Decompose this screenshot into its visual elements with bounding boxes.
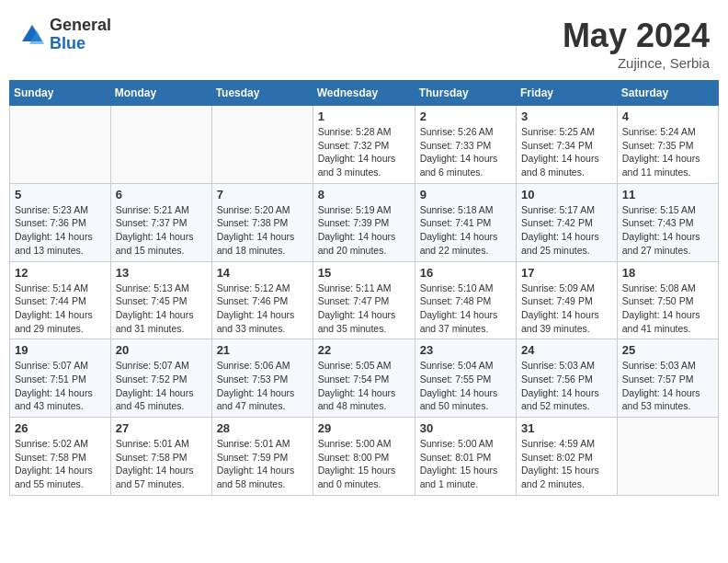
day-number: 23 xyxy=(420,343,511,357)
day-info: Sunrise: 5:06 AM Sunset: 7:53 PM Dayligh… xyxy=(217,359,308,413)
calendar-week-row: 26Sunrise: 5:02 AM Sunset: 7:58 PM Dayli… xyxy=(10,418,719,496)
calendar-cell: 17Sunrise: 5:09 AM Sunset: 7:49 PM Dayli… xyxy=(517,261,618,339)
day-info: Sunrise: 5:02 AM Sunset: 7:58 PM Dayligh… xyxy=(15,437,106,491)
calendar-cell: 12Sunrise: 5:14 AM Sunset: 7:44 PM Dayli… xyxy=(10,261,111,339)
calendar-cell: 21Sunrise: 5:06 AM Sunset: 7:53 PM Dayli… xyxy=(211,339,313,418)
title-block: May 2024 Zujince, Serbia xyxy=(563,17,710,71)
day-info: Sunrise: 5:24 AM Sunset: 7:35 PM Dayligh… xyxy=(622,125,713,179)
calendar-cell: 19Sunrise: 5:07 AM Sunset: 7:51 PM Dayli… xyxy=(10,339,111,418)
calendar-cell: 18Sunrise: 5:08 AM Sunset: 7:50 PM Dayli… xyxy=(617,261,718,339)
day-info: Sunrise: 5:23 AM Sunset: 7:36 PM Dayligh… xyxy=(15,203,106,258)
weekday-header-sunday: Sunday xyxy=(10,81,111,106)
day-number: 2 xyxy=(420,109,511,123)
calendar-cell: 8Sunrise: 5:19 AM Sunset: 7:39 PM Daylig… xyxy=(313,183,415,261)
day-info: Sunrise: 5:21 AM Sunset: 7:37 PM Dayligh… xyxy=(116,203,207,258)
day-info: Sunrise: 5:12 AM Sunset: 7:46 PM Dayligh… xyxy=(217,282,308,336)
calendar-week-row: 5Sunrise: 5:23 AM Sunset: 7:36 PM Daylig… xyxy=(10,183,719,261)
calendar-cell: 29Sunrise: 5:00 AM Sunset: 8:00 PM Dayli… xyxy=(313,418,415,496)
day-number: 9 xyxy=(420,188,511,201)
calendar-cell: 10Sunrise: 5:17 AM Sunset: 7:42 PM Dayli… xyxy=(517,183,618,261)
calendar-cell: 24Sunrise: 5:03 AM Sunset: 7:56 PM Dayli… xyxy=(517,339,618,418)
day-info: Sunrise: 5:25 AM Sunset: 7:34 PM Dayligh… xyxy=(521,125,612,179)
day-info: Sunrise: 5:05 AM Sunset: 7:54 PM Dayligh… xyxy=(318,359,410,413)
calendar-week-row: 1Sunrise: 5:28 AM Sunset: 7:32 PM Daylig… xyxy=(10,106,719,184)
calendar-cell: 22Sunrise: 5:05 AM Sunset: 7:54 PM Dayli… xyxy=(313,339,415,418)
day-number: 4 xyxy=(622,109,713,123)
day-number: 31 xyxy=(521,421,612,435)
day-info: Sunrise: 5:20 AM Sunset: 7:38 PM Dayligh… xyxy=(217,203,308,258)
calendar-cell: 16Sunrise: 5:10 AM Sunset: 7:48 PM Dayli… xyxy=(415,261,516,339)
weekday-header-saturday: Saturday xyxy=(617,81,718,106)
logo-general-text: General xyxy=(50,17,111,35)
calendar-cell: 9Sunrise: 5:18 AM Sunset: 7:41 PM Daylig… xyxy=(415,183,516,261)
calendar-week-row: 12Sunrise: 5:14 AM Sunset: 7:44 PM Dayli… xyxy=(10,261,719,339)
day-number: 17 xyxy=(521,266,612,280)
calendar-cell xyxy=(617,418,718,496)
logo-icon xyxy=(18,21,46,49)
logo-blue-text: Blue xyxy=(50,35,111,53)
calendar-cell: 6Sunrise: 5:21 AM Sunset: 7:37 PM Daylig… xyxy=(110,183,211,261)
calendar-cell: 4Sunrise: 5:24 AM Sunset: 7:35 PM Daylig… xyxy=(617,106,718,184)
day-info: Sunrise: 5:04 AM Sunset: 7:55 PM Dayligh… xyxy=(420,359,511,413)
day-info: Sunrise: 5:00 AM Sunset: 8:00 PM Dayligh… xyxy=(318,437,410,491)
calendar-cell: 7Sunrise: 5:20 AM Sunset: 7:38 PM Daylig… xyxy=(211,183,313,261)
month-title: May 2024 xyxy=(563,17,710,55)
day-info: Sunrise: 5:18 AM Sunset: 7:41 PM Dayligh… xyxy=(420,203,511,258)
day-info: Sunrise: 5:15 AM Sunset: 7:43 PM Dayligh… xyxy=(622,203,713,258)
calendar-cell: 5Sunrise: 5:23 AM Sunset: 7:36 PM Daylig… xyxy=(10,183,111,261)
location-subtitle: Zujince, Serbia xyxy=(563,55,710,71)
day-number: 28 xyxy=(217,421,308,435)
calendar-cell: 11Sunrise: 5:15 AM Sunset: 7:43 PM Dayli… xyxy=(617,183,718,261)
calendar-cell: 3Sunrise: 5:25 AM Sunset: 7:34 PM Daylig… xyxy=(517,106,618,184)
calendar-cell: 28Sunrise: 5:01 AM Sunset: 7:59 PM Dayli… xyxy=(211,418,313,496)
day-number: 24 xyxy=(521,343,612,357)
day-info: Sunrise: 4:59 AM Sunset: 8:02 PM Dayligh… xyxy=(521,437,612,491)
day-number: 22 xyxy=(318,343,410,357)
day-info: Sunrise: 5:08 AM Sunset: 7:50 PM Dayligh… xyxy=(622,282,713,336)
day-info: Sunrise: 5:26 AM Sunset: 7:33 PM Dayligh… xyxy=(420,125,511,179)
day-number: 29 xyxy=(318,421,410,435)
day-number: 1 xyxy=(318,109,410,123)
day-number: 15 xyxy=(318,266,410,280)
day-info: Sunrise: 5:03 AM Sunset: 7:56 PM Dayligh… xyxy=(521,359,612,413)
weekday-header-monday: Monday xyxy=(110,81,211,106)
day-number: 3 xyxy=(521,109,612,123)
calendar-week-row: 19Sunrise: 5:07 AM Sunset: 7:51 PM Dayli… xyxy=(10,339,719,418)
weekday-header-tuesday: Tuesday xyxy=(211,81,313,106)
day-info: Sunrise: 5:10 AM Sunset: 7:48 PM Dayligh… xyxy=(420,282,511,336)
calendar-table: SundayMondayTuesdayWednesdayThursdayFrid… xyxy=(9,80,719,496)
calendar-cell: 30Sunrise: 5:00 AM Sunset: 8:01 PM Dayli… xyxy=(415,418,516,496)
day-info: Sunrise: 5:07 AM Sunset: 7:51 PM Dayligh… xyxy=(15,359,106,413)
weekday-header-wednesday: Wednesday xyxy=(313,81,415,106)
calendar-cell: 25Sunrise: 5:03 AM Sunset: 7:57 PM Dayli… xyxy=(617,339,718,418)
day-number: 20 xyxy=(116,343,207,357)
calendar-cell: 20Sunrise: 5:07 AM Sunset: 7:52 PM Dayli… xyxy=(110,339,211,418)
day-info: Sunrise: 5:03 AM Sunset: 7:57 PM Dayligh… xyxy=(622,359,713,413)
day-info: Sunrise: 5:09 AM Sunset: 7:49 PM Dayligh… xyxy=(521,282,612,336)
calendar-cell xyxy=(211,106,313,184)
day-info: Sunrise: 5:11 AM Sunset: 7:47 PM Dayligh… xyxy=(318,282,410,336)
calendar-cell: 2Sunrise: 5:26 AM Sunset: 7:33 PM Daylig… xyxy=(415,106,516,184)
day-number: 10 xyxy=(521,188,612,201)
calendar-cell: 14Sunrise: 5:12 AM Sunset: 7:46 PM Dayli… xyxy=(211,261,313,339)
day-number: 16 xyxy=(420,266,511,280)
day-info: Sunrise: 5:14 AM Sunset: 7:44 PM Dayligh… xyxy=(15,282,106,336)
day-number: 27 xyxy=(116,421,207,435)
day-number: 25 xyxy=(622,343,713,357)
day-number: 11 xyxy=(622,188,713,201)
calendar-cell: 13Sunrise: 5:13 AM Sunset: 7:45 PM Dayli… xyxy=(110,261,211,339)
day-info: Sunrise: 5:19 AM Sunset: 7:39 PM Dayligh… xyxy=(318,203,410,258)
day-info: Sunrise: 5:13 AM Sunset: 7:45 PM Dayligh… xyxy=(116,282,207,336)
calendar-cell: 31Sunrise: 4:59 AM Sunset: 8:02 PM Dayli… xyxy=(517,418,618,496)
day-number: 13 xyxy=(116,266,207,280)
day-number: 26 xyxy=(15,421,106,435)
weekday-header-row: SundayMondayTuesdayWednesdayThursdayFrid… xyxy=(10,81,719,106)
day-number: 8 xyxy=(318,188,410,201)
day-number: 14 xyxy=(217,266,308,280)
day-number: 21 xyxy=(217,343,308,357)
day-number: 18 xyxy=(622,266,713,280)
page-header: General Blue May 2024 Zujince, Serbia xyxy=(9,9,719,80)
calendar-cell: 1Sunrise: 5:28 AM Sunset: 7:32 PM Daylig… xyxy=(313,106,415,184)
day-info: Sunrise: 5:07 AM Sunset: 7:52 PM Dayligh… xyxy=(116,359,207,413)
day-info: Sunrise: 5:01 AM Sunset: 7:59 PM Dayligh… xyxy=(217,437,308,491)
